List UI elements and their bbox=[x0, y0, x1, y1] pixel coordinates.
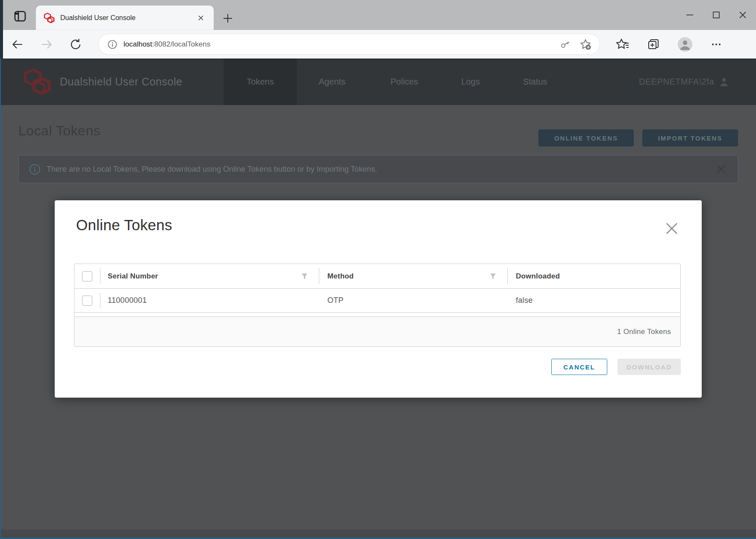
url-host: localhost bbox=[124, 40, 152, 48]
row-select-cell bbox=[74, 289, 100, 312]
refresh-icon[interactable] bbox=[68, 36, 84, 53]
dualshield-favicon-icon bbox=[44, 12, 55, 23]
avatar-icon bbox=[678, 37, 692, 52]
table-footer: 1 Online Tokens bbox=[74, 316, 680, 346]
url-path: :8082/localTokens bbox=[152, 40, 210, 48]
cell-downloaded: false bbox=[507, 289, 680, 312]
online-tokens-modal: Online Tokens Serial Number Method bbox=[55, 200, 702, 398]
user-menu[interactable]: DEEPNETMFA\2fa bbox=[639, 59, 730, 105]
nav-item-polices[interactable]: Polices bbox=[391, 59, 418, 105]
app-header: Dualshield User Console Tokens Agents Po… bbox=[0, 59, 756, 105]
dualshield-logo-icon bbox=[20, 67, 55, 96]
address-bar[interactable]: localhost:8082/localTokens bbox=[98, 34, 600, 55]
favorites-bar-icon[interactable] bbox=[614, 36, 631, 53]
tab-title: Dualshield User Console bbox=[60, 14, 197, 22]
online-tokens-button[interactable]: ONLINE TOKENS bbox=[538, 129, 634, 146]
browser-titlebar: Dualshield User Console bbox=[0, 0, 756, 30]
window-controls bbox=[677, 0, 756, 30]
window-maximize-icon[interactable] bbox=[703, 0, 730, 30]
window-edge-accent bbox=[0, 59, 1, 539]
window-edge-accent bbox=[0, 0, 3, 59]
select-all-cell bbox=[74, 264, 100, 288]
back-icon[interactable] bbox=[9, 36, 26, 53]
banner-message: There are no Local Tokens, Please downlo… bbox=[47, 165, 715, 174]
page-title: Local Tokens bbox=[18, 123, 100, 139]
profile-avatar[interactable] bbox=[677, 36, 694, 53]
column-header-serial-number[interactable]: Serial Number bbox=[100, 264, 319, 288]
forward-icon[interactable] bbox=[38, 36, 55, 53]
filter-funnel-icon[interactable] bbox=[490, 273, 496, 279]
window-close-icon[interactable] bbox=[730, 0, 756, 30]
download-button[interactable]: DOWNLOAD bbox=[618, 359, 681, 375]
password-key-icon[interactable] bbox=[558, 37, 572, 52]
user-name: DEEPNETMFA\2fa bbox=[639, 77, 714, 87]
browser-window: Dualshield User Console bbox=[0, 0, 756, 539]
column-header-downloaded[interactable]: Downloaded bbox=[507, 264, 680, 288]
nav-item-agents[interactable]: Agents bbox=[319, 59, 345, 105]
settings-more-icon[interactable] bbox=[708, 36, 725, 53]
window-minimize-icon[interactable] bbox=[677, 0, 703, 30]
add-favorite-star-icon[interactable] bbox=[578, 37, 593, 52]
site-info-icon[interactable] bbox=[107, 39, 118, 50]
new-tab-icon[interactable] bbox=[222, 11, 237, 26]
column-header-method[interactable]: Method bbox=[319, 264, 507, 288]
table-footer-gap bbox=[74, 313, 680, 316]
tab-close-icon[interactable] bbox=[197, 13, 208, 23]
modal-title: Online Tokens bbox=[76, 217, 172, 234]
row-count-label: 1 Online Tokens bbox=[617, 328, 671, 336]
import-tokens-button[interactable]: IMPORT TOKENS bbox=[642, 129, 738, 146]
cell-serial-number: 110000001 bbox=[100, 289, 319, 312]
url-text[interactable]: localhost:8082/localTokens bbox=[124, 40, 552, 49]
app-brand-title: Dualshield User Console bbox=[60, 59, 182, 105]
tab-actions-menu-icon[interactable] bbox=[14, 10, 26, 23]
nav-item-status[interactable]: Status bbox=[523, 59, 547, 105]
filter-funnel-icon[interactable] bbox=[301, 273, 308, 279]
info-banner: There are no Local Tokens, Please downlo… bbox=[18, 155, 738, 183]
select-all-checkbox[interactable] bbox=[82, 271, 92, 281]
nav-item-logs[interactable]: Logs bbox=[461, 59, 479, 105]
browser-tab[interactable]: Dualshield User Console bbox=[36, 6, 214, 30]
online-tokens-table: Serial Number Method Downloaded bbox=[74, 264, 681, 347]
table-row[interactable]: 110000001 OTP false bbox=[74, 289, 680, 313]
info-icon bbox=[29, 164, 41, 175]
cell-method: OTP bbox=[319, 289, 507, 312]
banner-close-icon[interactable] bbox=[715, 163, 728, 176]
row-checkbox[interactable] bbox=[82, 296, 92, 306]
modal-actions: CANCEL DOWNLOAD bbox=[55, 359, 681, 375]
cancel-button[interactable]: CANCEL bbox=[551, 359, 607, 375]
modal-close-icon[interactable] bbox=[663, 220, 680, 237]
nav-item-tokens[interactable]: Tokens bbox=[247, 59, 274, 105]
browser-toolbar: localhost:8082/localTokens bbox=[0, 30, 756, 59]
table-header-row: Serial Number Method Downloaded bbox=[74, 264, 680, 289]
collections-icon[interactable] bbox=[645, 36, 662, 53]
user-person-icon bbox=[718, 76, 730, 88]
